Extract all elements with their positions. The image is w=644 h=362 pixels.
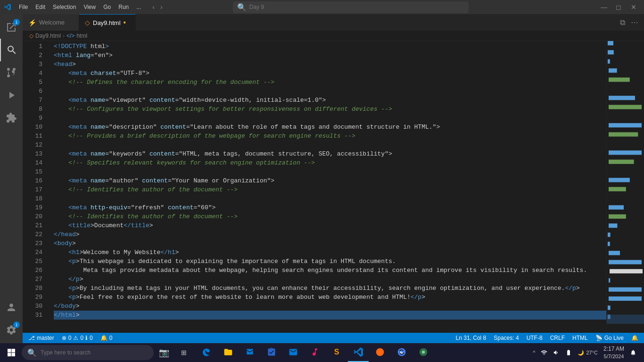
- status-position[interactable]: Ln 31, Col 8: [454, 335, 488, 341]
- more-actions-button[interactable]: ⋯: [629, 17, 640, 28]
- activity-search[interactable]: [0, 39, 23, 61]
- taskbar-task-view[interactable]: ⊞: [174, 343, 193, 362]
- activity-account[interactable]: [0, 296, 23, 319]
- nav-back-button[interactable]: ‹: [150, 2, 157, 12]
- code-line-5[interactable]: <!-- Defines the character encoding for …: [54, 78, 606, 87]
- code-line-31[interactable]: </html>: [54, 311, 606, 320]
- taskbar-app-firefox[interactable]: [370, 343, 390, 362]
- taskbar-app-edge[interactable]: [196, 343, 217, 362]
- taskbar-app-sublime[interactable]: S: [326, 343, 347, 362]
- menu-more[interactable]: ...: [132, 2, 145, 12]
- taskbar-show-hidden[interactable]: ^: [531, 349, 537, 356]
- titlebar-search[interactable]: 🔍: [233, 1, 469, 13]
- minimize-button[interactable]: —: [598, 2, 610, 12]
- code-line-9[interactable]: [54, 114, 606, 123]
- start-button[interactable]: [2, 343, 21, 362]
- code-line-2[interactable]: <html lang="en">: [54, 51, 606, 60]
- tab-day9-label: Day9.html: [93, 19, 121, 26]
- code-line-18[interactable]: [54, 194, 606, 203]
- menu-go[interactable]: Go: [99, 2, 115, 12]
- code-line-30[interactable]: </body>: [54, 302, 606, 311]
- close-button[interactable]: ✕: [627, 2, 640, 12]
- breadcrumb-tag[interactable]: </> html: [66, 33, 87, 39]
- code-line-3[interactable]: <head>: [54, 60, 606, 69]
- code-line-26[interactable]: Meta tags provide metadata about the web…: [54, 266, 606, 275]
- activity-source-control[interactable]: [0, 61, 23, 84]
- activitybar: 1 1: [0, 14, 23, 343]
- breadcrumb-file[interactable]: ◇ Day9.html: [29, 33, 61, 39]
- settings-badge: 1: [13, 321, 20, 328]
- code-line-7[interactable]: <meta name="viewport" content="width=dev…: [54, 96, 606, 105]
- split-editor-button[interactable]: ⧉: [618, 17, 627, 28]
- taskbar-app-todo[interactable]: [261, 343, 282, 362]
- status-notifications[interactable]: 🔔 0: [99, 335, 115, 341]
- code-line-12[interactable]: [54, 140, 606, 149]
- code-line-8[interactable]: <!-- Configures the viewport settings fo…: [54, 105, 606, 114]
- breadcrumb: ◇ Day9.html › </> html: [23, 31, 644, 41]
- code-line-23[interactable]: <body>: [54, 239, 606, 248]
- activity-explorer[interactable]: 1: [0, 16, 23, 39]
- status-branch[interactable]: ⎇ master: [26, 335, 56, 341]
- taskbar-app-mail[interactable]: [283, 343, 304, 362]
- code-line-15[interactable]: [54, 167, 606, 176]
- code-line-24[interactable]: <h1>Welcome to My Website</h1>: [54, 248, 606, 257]
- tab-welcome[interactable]: ⚡ Welcome: [23, 14, 79, 31]
- code-line-10[interactable]: <meta name="description" content="Learn …: [54, 123, 606, 132]
- code-editor[interactable]: <!DOCTYPE html><html lang="en"><head> <m…: [46, 41, 606, 333]
- info-icon: ℹ: [85, 335, 88, 341]
- taskbar-app-files[interactable]: [218, 343, 239, 362]
- code-line-17[interactable]: <!-- Identifies the author of the docume…: [54, 185, 606, 194]
- tab-day9[interactable]: ◇ Day9.html •: [79, 14, 136, 31]
- code-line-19[interactable]: <meta http-equiv="refresh" content="60">: [54, 203, 606, 212]
- status-encoding[interactable]: UTF-8: [525, 335, 545, 341]
- status-line-ending[interactable]: CRLF: [548, 335, 567, 341]
- taskbar-app-vscode[interactable]: [348, 343, 369, 362]
- code-line-20[interactable]: <!-- Identifies the author of the docume…: [54, 212, 606, 221]
- status-live[interactable]: 📡 Go Live: [594, 335, 626, 341]
- menu-selection[interactable]: Selection: [49, 2, 80, 12]
- titlebar-search-input[interactable]: [249, 4, 464, 10]
- code-line-25[interactable]: <p>This webpage is dedicated to explaini…: [54, 257, 606, 266]
- taskbar-volume[interactable]: [551, 348, 561, 357]
- status-spaces[interactable]: Spaces: 4: [492, 335, 520, 341]
- activity-run[interactable]: [0, 84, 23, 107]
- taskbar-battery[interactable]: [563, 348, 574, 357]
- menu-run[interactable]: Run: [115, 2, 132, 12]
- taskbar-app-media[interactable]: [305, 343, 325, 362]
- code-line-4[interactable]: <meta charset="UTF-8">: [54, 69, 606, 78]
- taskbar-network[interactable]: [539, 348, 549, 357]
- taskbar-app-chrome[interactable]: [391, 343, 412, 362]
- code-line-29[interactable]: <p>Feel free to explore the rest of the …: [54, 293, 606, 302]
- status-live-label: Go Live: [604, 335, 624, 341]
- taskbar-search[interactable]: 🔍: [22, 345, 154, 360]
- code-line-11[interactable]: <!-- Provides a brief description of the…: [54, 132, 606, 140]
- taskbar-camera[interactable]: 📷: [155, 343, 173, 362]
- taskbar-time-date[interactable]: 2:17 AM 5/7/2024: [602, 344, 626, 361]
- status-language[interactable]: HTML: [570, 335, 590, 341]
- code-line-16[interactable]: <meta name="author" content="Your Name o…: [54, 176, 606, 185]
- code-line-14[interactable]: <!-- Specifies relevant keywords for sea…: [54, 158, 606, 167]
- activity-settings[interactable]: 1: [0, 319, 23, 341]
- menu-view[interactable]: View: [80, 2, 99, 12]
- menu-file[interactable]: File: [15, 2, 32, 12]
- code-line-27[interactable]: </p>: [54, 275, 606, 284]
- menu-edit[interactable]: Edit: [32, 2, 49, 12]
- nav-forward-button[interactable]: ›: [158, 2, 165, 12]
- code-line-28[interactable]: <p>By including meta tags in your HTML d…: [54, 284, 606, 293]
- statusbar: ⎇ master ⊗ 0 ⚠ 0 ℹ 0 🔔 0 Ln 31,: [23, 333, 644, 343]
- activity-extensions[interactable]: [0, 107, 23, 129]
- taskbar-notifications[interactable]: [628, 348, 638, 357]
- maximize-button[interactable]: ◻: [613, 2, 624, 12]
- code-line-21[interactable]: <title>Document</title>: [54, 221, 606, 230]
- status-errors[interactable]: ⊗ 0 ⚠ 0 ℹ 0: [60, 335, 95, 341]
- taskbar-search-input[interactable]: [41, 349, 135, 356]
- taskbar-weather[interactable]: 🌙 27°C: [576, 349, 600, 357]
- code-line-22[interactable]: </head>: [54, 230, 606, 239]
- code-line-1[interactable]: <!DOCTYPE html>: [54, 42, 606, 51]
- error-icon: ⊗: [62, 335, 66, 341]
- taskbar-app-chrome2[interactable]: [413, 343, 434, 362]
- status-feedback[interactable]: 🔔: [629, 335, 640, 341]
- taskbar-app-store[interactable]: [239, 343, 260, 362]
- code-line-6[interactable]: [54, 87, 606, 96]
- code-line-13[interactable]: <meta name="keywords" content="HTML, met…: [54, 149, 606, 158]
